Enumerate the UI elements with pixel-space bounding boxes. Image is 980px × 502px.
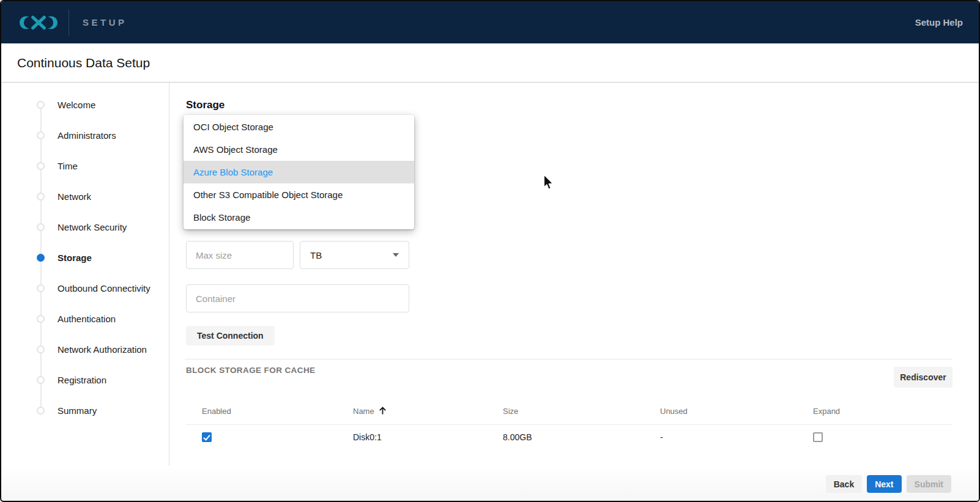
storage-step-content: Storage OCI Object StorageAWS Object Sto… xyxy=(170,83,979,501)
max-size-input[interactable] xyxy=(186,241,294,269)
step-label: Network Authorization xyxy=(58,344,147,355)
stepper-list: Welcome Administrators Time Network Netw… xyxy=(1,89,169,426)
enabled-checkbox[interactable] xyxy=(202,432,212,442)
wizard-footer-actions: Back Next Submit xyxy=(826,475,951,493)
setup-help-link[interactable]: Setup Help xyxy=(915,17,963,28)
setup-window: SETUP Setup Help Continuous Data Setup W… xyxy=(0,0,980,502)
page-title: Continuous Data Setup xyxy=(17,56,150,70)
column-header-expand: Expand xyxy=(797,407,952,416)
disk-size-cell: 8.00GB xyxy=(487,432,644,442)
stepper-step[interactable]: Time xyxy=(1,150,169,181)
step-dot-icon xyxy=(37,407,45,415)
step-dot-icon xyxy=(37,315,45,323)
step-dot-icon xyxy=(37,254,45,262)
step-dot-icon xyxy=(37,193,45,201)
storage-section-title: Storage xyxy=(186,99,225,111)
stepper-step[interactable]: Network xyxy=(1,181,169,212)
block-storage-cache-title: BLOCK STORAGE FOR CACHE xyxy=(186,366,315,375)
storage-type-option[interactable]: Other S3 Compatible Object Storage xyxy=(184,183,414,206)
step-label: Authentication xyxy=(58,314,116,324)
step-dot-icon xyxy=(37,284,45,292)
container-input[interactable] xyxy=(186,284,409,312)
stepper-step[interactable]: Network Security xyxy=(1,212,169,242)
storage-type-option[interactable]: AWS Object Storage xyxy=(184,138,414,161)
column-header-size: Size xyxy=(487,407,644,416)
disk-table-row: Disk0:1 8.00GB - xyxy=(186,425,952,449)
section-divider xyxy=(185,359,952,360)
stepper-step[interactable]: Welcome xyxy=(1,89,169,120)
stepper-step[interactable]: Registration xyxy=(1,364,169,395)
delphix-logo-icon xyxy=(18,9,59,36)
page-header: Continuous Data Setup xyxy=(1,43,979,83)
step-dot-icon xyxy=(37,345,45,353)
test-connection-button[interactable]: Test Connection xyxy=(186,326,275,345)
stepper-step[interactable]: Network Authorization xyxy=(1,334,169,364)
step-dot-icon xyxy=(37,376,45,384)
disk-unused-cell: - xyxy=(644,432,797,442)
sort-ascending-icon xyxy=(379,407,387,415)
block-storage-table: Enabled Name Size Unused xyxy=(186,397,952,449)
stepper-step[interactable]: Administrators xyxy=(1,120,169,150)
table-header-row: Enabled Name Size Unused xyxy=(186,397,952,424)
step-label: Storage xyxy=(58,253,92,263)
chevron-down-icon xyxy=(393,253,399,257)
column-header-name[interactable]: Name xyxy=(337,407,487,416)
stepper-step[interactable]: Summary xyxy=(1,395,169,426)
step-dot-icon xyxy=(37,223,45,231)
stepper-step[interactable]: Storage xyxy=(1,242,169,273)
size-unit-select[interactable]: TB xyxy=(300,241,409,269)
step-dot-icon xyxy=(37,162,45,170)
rediscover-button[interactable]: Rediscover xyxy=(894,367,952,388)
brand-divider xyxy=(69,10,69,35)
column-header-unused: Unused xyxy=(644,407,797,416)
step-label: Network Security xyxy=(58,222,127,232)
step-label: Summary xyxy=(58,405,97,416)
step-label: Registration xyxy=(58,375,106,385)
step-dot-icon xyxy=(37,101,45,109)
storage-type-option[interactable]: Block Storage xyxy=(184,206,414,229)
submit-button: Submit xyxy=(907,475,951,493)
setup-stepper-sidebar: Welcome Administrators Time Network Netw… xyxy=(1,83,169,466)
expand-checkbox[interactable] xyxy=(813,432,823,442)
stepper-step[interactable]: Authentication xyxy=(1,303,169,334)
table-body: Disk0:1 8.00GB - xyxy=(186,425,952,449)
step-label: Outbound Connectivity xyxy=(58,283,150,293)
top-navigation-bar: SETUP Setup Help xyxy=(1,1,979,43)
storage-type-option[interactable]: OCI Object Storage xyxy=(184,116,414,138)
step-dot-icon xyxy=(37,131,45,139)
disk-name-cell: Disk0:1 xyxy=(337,432,487,442)
app-name: SETUP xyxy=(83,17,127,28)
size-unit-value: TB xyxy=(310,250,322,260)
next-button[interactable]: Next xyxy=(867,475,901,493)
step-label: Time xyxy=(58,161,78,171)
storage-type-option[interactable]: Azure Blob Storage xyxy=(184,161,414,183)
column-header-enabled: Enabled xyxy=(186,407,337,416)
stepper-step[interactable]: Outbound Connectivity xyxy=(1,273,169,303)
storage-type-dropdown: OCI Object StorageAWS Object StorageAzur… xyxy=(184,115,414,229)
step-label: Welcome xyxy=(58,100,95,110)
back-button[interactable]: Back xyxy=(826,475,862,493)
step-label: Network xyxy=(58,191,91,202)
step-label: Administrators xyxy=(58,130,116,141)
